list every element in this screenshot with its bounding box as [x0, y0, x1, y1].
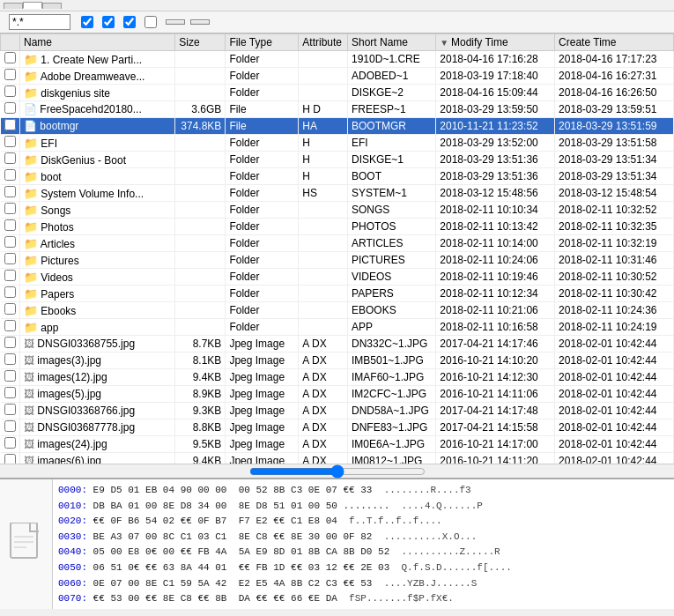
row-checkbox[interactable]	[4, 286, 16, 298]
row-checkbox[interactable]	[4, 370, 16, 382]
row-type: Folder	[226, 235, 299, 252]
row-name: 🖼 images(5).jpg	[20, 386, 175, 403]
table-row[interactable]: 📁 EFIFolderHEFI2018-03-29 13:52:002018-0…	[1, 135, 674, 152]
col-create-header[interactable]: Create Time	[555, 34, 674, 51]
row-checkbox[interactable]	[4, 404, 16, 415]
hscroll-slider[interactable]	[249, 464, 426, 479]
row-attr: A DX	[299, 403, 348, 419]
table-row[interactable]: 🖼 images(6).jpg9.4KBJpeg ImageA DXIM0812…	[1, 453, 674, 464]
row-checkbox[interactable]	[4, 203, 16, 214]
row-checkbox-cell	[1, 286, 20, 302]
row-checkbox[interactable]	[4, 69, 16, 80]
normal-checkbox[interactable]	[102, 16, 115, 28]
row-checkbox[interactable]	[4, 253, 16, 264]
row-create: 2018-02-01 10:42:44	[555, 336, 674, 353]
col-size-header[interactable]: Size	[175, 34, 226, 51]
row-checkbox-cell	[1, 252, 20, 269]
row-modify: 2018-02-11 10:21:06	[436, 302, 555, 319]
table-row[interactable]: 📁 PhotosFolderPHOTOS2018-02-11 10:13:422…	[1, 219, 674, 235]
filter-button[interactable]	[166, 19, 185, 25]
more-button[interactable]	[190, 19, 210, 25]
row-type: Folder	[226, 269, 299, 286]
row-checkbox-cell	[1, 235, 20, 252]
row-type: File	[226, 118, 299, 135]
row-create: 2018-02-11 10:24:19	[555, 319, 674, 336]
row-name: 📁 Photos	[20, 219, 175, 235]
row-short: VIDEOS	[348, 269, 436, 286]
table-row[interactable]: 🖼 images(24).jpg9.5KBJpeg ImageA DXIM0E6…	[1, 436, 674, 453]
row-modify: 2018-03-29 13:51:36	[436, 168, 555, 185]
row-checkbox[interactable]	[4, 303, 16, 315]
row-checkbox[interactable]	[4, 169, 16, 181]
row-size	[175, 319, 226, 336]
row-checkbox[interactable]	[4, 236, 16, 248]
col-short-header[interactable]: Short Name	[348, 34, 436, 51]
row-checkbox[interactable]	[4, 337, 16, 348]
row-checkbox[interactable]	[4, 454, 16, 464]
table-row[interactable]: 📁 PapersFolderPAPERS2018-02-11 10:12:342…	[1, 286, 674, 302]
table-row[interactable]: 🖼 DNSGI03368766.jpg9.3KBJpeg ImageA DXDN…	[1, 403, 674, 419]
hex-line: 0010: DB BA 01 00 8E D8 34 00 8E D8 51 0…	[58, 499, 669, 515]
table-row[interactable]: 🖼 DNSGI03687778.jpg8.8KBJpeg ImageA DXDN…	[1, 419, 674, 436]
row-checkbox[interactable]	[4, 52, 16, 63]
table-row[interactable]: 📁 DiskGenius - BootFolderHDISKGE~12018-0…	[1, 152, 674, 168]
tab-sector-editor[interactable]	[42, 3, 62, 9]
folder-icon: 📁	[24, 304, 38, 317]
row-type: File	[226, 101, 299, 118]
row-modify: 2018-03-29 13:59:50	[436, 101, 555, 118]
name-input[interactable]	[9, 14, 70, 30]
col-attr-header[interactable]: Attribute	[299, 34, 348, 51]
row-short: FREESP~1	[348, 101, 436, 118]
row-checkbox[interactable]	[4, 102, 16, 114]
row-checkbox-cell	[1, 68, 20, 85]
table-row[interactable]: 📁 VideosFolderVIDEOS2018-02-11 10:19:462…	[1, 269, 674, 286]
table-row[interactable]: 📁 ArticlesFolderARTICLES2018-02-11 10:14…	[1, 235, 674, 252]
hex-ascii: fSP.......f$P.fX€.	[349, 593, 454, 604]
row-short: EBOOKS	[348, 302, 436, 319]
row-checkbox[interactable]	[4, 219, 16, 231]
row-checkbox[interactable]	[4, 437, 16, 449]
table-row[interactable]: 📁 SongsFolderSONGS2018-02-11 10:10:34201…	[1, 202, 674, 219]
table-row[interactable]: 🖼 images(12).jpg9.4KBJpeg ImageA DXIMAF6…	[1, 369, 674, 386]
row-checkbox[interactable]	[4, 119, 16, 130]
row-checkbox[interactable]	[4, 152, 16, 164]
table-row[interactable]: 📁 1. Create New Parti...Folder1910D~1.CR…	[1, 51, 674, 68]
folder-icon: 📁	[24, 187, 38, 200]
row-checkbox-cell	[1, 353, 20, 369]
col-modify-header[interactable]: ▼ Modify Time	[436, 34, 555, 51]
table-row[interactable]: 📁 appFolderAPP2018-02-11 10:16:582018-02…	[1, 319, 674, 336]
table-row[interactable]: 📁 Adobe Dreamweave...FolderADOBED~12018-…	[1, 68, 674, 85]
deleted-checkbox[interactable]	[81, 16, 93, 28]
row-checkbox[interactable]	[4, 420, 16, 432]
table-row[interactable]: 📁 EbooksFolderEBOOKS2018-02-11 10:21:062…	[1, 302, 674, 319]
row-checkbox[interactable]	[4, 353, 16, 365]
duplicate-checkbox[interactable]	[144, 16, 157, 28]
row-checkbox[interactable]	[4, 320, 16, 331]
row-checkbox[interactable]	[4, 270, 16, 281]
row-checkbox[interactable]	[4, 186, 16, 197]
row-checkbox[interactable]	[4, 136, 16, 147]
table-row[interactable]: 🖼 images(5).jpg8.9KBJpeg ImageA DXIM2CFC…	[1, 386, 674, 403]
row-checkbox[interactable]	[4, 85, 16, 97]
file-table-wrap[interactable]: Name Size File Type Attribute Short Name…	[0, 33, 674, 464]
col-type-header[interactable]: File Type	[226, 34, 299, 51]
table-row[interactable]: 📁 PicturesFolderPICTURES2018-02-11 10:24…	[1, 252, 674, 269]
tab-partitions[interactable]	[4, 3, 23, 9]
system-checkbox[interactable]	[123, 16, 136, 28]
table-row[interactable]: 📁 diskgenius siteFolderDISKGE~22018-04-1…	[1, 85, 674, 101]
table-row[interactable]: 📄 FreeSpacehd20180...3.6GBFileH DFREESP~…	[1, 101, 674, 118]
folder-icon: 📁	[24, 287, 38, 301]
row-checkbox[interactable]	[4, 387, 16, 398]
table-row[interactable]: 📄 bootmgr374.8KBFileHABOOTMGR2010-11-21 …	[1, 118, 674, 135]
row-checkbox-cell	[1, 51, 20, 68]
row-short: BOOTMGR	[348, 118, 436, 135]
row-size: 9.3KB	[175, 403, 226, 419]
col-name-header[interactable]: Name	[20, 34, 175, 51]
table-row[interactable]: 📁 bootFolderHBOOT2018-03-29 13:51:362018…	[1, 168, 674, 185]
horizontal-scrollbar[interactable]	[0, 464, 674, 478]
table-row[interactable]: 📁 System Volume Info...FolderHSSYSTEM~12…	[1, 185, 674, 202]
row-size: 8.1KB	[175, 353, 226, 369]
tab-files[interactable]	[23, 2, 42, 9]
table-row[interactable]: 🖼 DNSGI03368755.jpg8.7KBJpeg ImageA DXDN…	[1, 336, 674, 353]
table-row[interactable]: 🖼 images(3).jpg8.1KBJpeg ImageA DXIMB501…	[1, 353, 674, 369]
